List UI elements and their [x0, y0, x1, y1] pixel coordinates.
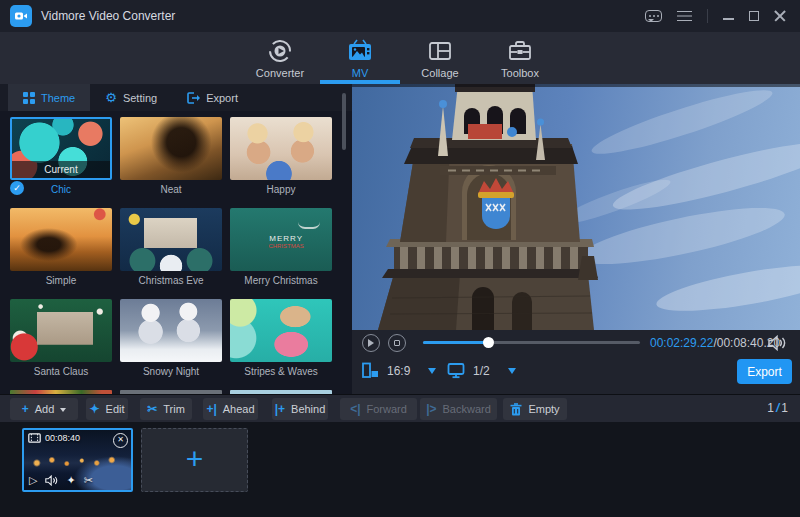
preview-top-border — [352, 84, 800, 87]
tab-label: Converter — [256, 67, 304, 79]
preview-controls: 00:02:29.22/00:08:40.20 16:9 1/ — [352, 330, 800, 394]
theme-card-merry-christmas[interactable]: MERRY CHRISTMAS Merry Christmas — [230, 208, 332, 287]
play-icon — [368, 339, 378, 347]
clip-duration: 00:08:40 — [45, 433, 80, 443]
film-icon — [28, 433, 41, 443]
theme-card-christmas-eve[interactable]: Christmas Eve — [120, 208, 222, 287]
theme-card-neat[interactable]: Neat — [120, 117, 222, 196]
forward-button[interactable]: <| Forward — [340, 398, 417, 420]
tab-label: MV — [352, 67, 369, 79]
clip-page-counter: 1/1 — [767, 401, 788, 415]
button-label: Behind — [291, 403, 325, 415]
behind-icon: |+ — [275, 403, 285, 415]
export-button[interactable]: Export — [737, 359, 792, 384]
theme-card-snowy-night[interactable]: Snowy Night — [120, 299, 222, 378]
theme-name: Santa Claus — [10, 365, 112, 378]
collage-icon — [427, 38, 453, 64]
tab-theme[interactable]: Theme — [8, 84, 90, 111]
theme-card-simple[interactable]: Simple — [10, 208, 112, 287]
menu-icon[interactable] — [677, 11, 692, 22]
page-total: 1 — [781, 401, 788, 415]
tab-label: Toolbox — [501, 67, 539, 79]
dropdown-arrow-icon[interactable] — [428, 368, 436, 378]
volume-button[interactable] — [768, 335, 786, 351]
stop-button[interactable] — [388, 334, 406, 352]
converter-icon — [267, 38, 293, 64]
theme-grid-icon — [23, 92, 35, 104]
aspect-ratio-control[interactable]: 16:9 — [362, 362, 436, 379]
gear-icon: ⚙ — [105, 91, 117, 104]
time-display: 00:02:29.22/00:08:40.20 — [650, 336, 780, 350]
merry-art-text: MERRY — [268, 234, 303, 243]
behind-button[interactable]: |+ Behind — [272, 398, 328, 420]
tab-collage[interactable]: Collage — [400, 32, 480, 84]
theme-thumbnail — [230, 299, 332, 362]
theme-name: Merry Christmas — [230, 274, 332, 287]
play-button[interactable] — [362, 334, 380, 352]
plus-icon: + — [186, 444, 204, 474]
ahead-button[interactable]: +| Ahead — [203, 398, 258, 420]
theme-card-stripes-waves[interactable]: Stripes & Waves — [230, 299, 332, 378]
clip-edit-icon[interactable]: ✦ — [66, 474, 75, 487]
check-icon: ✓ — [10, 181, 24, 195]
ahead-icon: +| — [206, 403, 216, 415]
theme-panel: Theme ⚙ Setting Export Current — [0, 84, 352, 394]
theme-grid: Current ✓ Chic Neat Happy Simpl — [0, 111, 352, 394]
add-clip-tile[interactable]: + — [141, 428, 248, 492]
button-label: Trim — [163, 403, 185, 415]
button-label: Ahead — [223, 403, 255, 415]
clock-tower-video-frame — [352, 84, 800, 330]
edit-button[interactable]: ✦ Edit — [86, 398, 128, 420]
tab-label: Theme — [41, 92, 75, 104]
dropdown-arrow-icon[interactable] — [508, 368, 516, 378]
theme-scrollbar[interactable] — [342, 93, 346, 150]
close-icon: ✕ — [117, 435, 124, 444]
backward-icon: |> — [426, 403, 436, 415]
clip-trim-icon[interactable]: ✂ — [84, 474, 93, 487]
button-label: Edit — [106, 403, 125, 415]
tab-toolbox[interactable]: Toolbox — [480, 32, 560, 84]
christmas-art-text: CHRISTMAS — [268, 243, 303, 250]
add-button[interactable]: + Add — [10, 398, 78, 420]
theme-card-happy[interactable]: Happy — [230, 117, 332, 196]
timeline-clip[interactable]: 00:08:40 ✕ ▷ ✦ ✂ — [22, 428, 133, 492]
progress-handle[interactable] — [483, 337, 494, 348]
tab-export[interactable]: Export — [172, 84, 253, 111]
app-title: Vidmore Video Converter — [41, 9, 175, 23]
current-theme-overlay: Current — [12, 161, 110, 178]
theme-name: Chic — [10, 183, 112, 196]
dropdown-arrow-icon — [60, 408, 66, 415]
minimize-button[interactable] — [723, 12, 734, 20]
screen-page-control[interactable]: 1/2 — [447, 362, 516, 379]
theme-name: Stripes & Waves — [230, 365, 332, 378]
close-button[interactable] — [774, 10, 786, 22]
theme-card-chic[interactable]: Current ✓ Chic — [10, 117, 112, 196]
theme-thumbnail: Current — [10, 117, 112, 180]
maximize-button[interactable] — [749, 11, 759, 21]
theme-thumbnail — [10, 208, 112, 271]
empty-button[interactable]: Empty — [503, 398, 567, 420]
theme-thumbnail — [120, 208, 222, 271]
theme-thumbnail — [10, 299, 112, 362]
titlebar-separator — [707, 9, 708, 23]
tab-converter[interactable]: Converter — [240, 32, 320, 84]
clip-volume-icon[interactable] — [45, 475, 58, 486]
backward-button[interactable]: |> Backward — [420, 398, 497, 420]
clip-play-icon[interactable]: ▷ — [29, 474, 37, 487]
app-window: Vidmore Video Converter Converter — [0, 0, 800, 517]
tab-mv[interactable]: MV — [320, 32, 400, 84]
forward-icon: <| — [350, 403, 360, 415]
progress-slider[interactable] — [423, 341, 640, 344]
remove-clip-button[interactable]: ✕ — [113, 433, 128, 448]
trim-button[interactable]: ✂ Trim — [140, 398, 192, 420]
screen-page-value: 1/2 — [473, 364, 490, 378]
sleigh-decoration — [298, 222, 320, 229]
video-preview[interactable] — [352, 84, 800, 330]
theme-name: Simple — [10, 274, 112, 287]
tab-setting[interactable]: ⚙ Setting — [90, 84, 172, 111]
feedback-icon[interactable] — [645, 10, 662, 22]
theme-name: Christmas Eve — [120, 274, 222, 287]
theme-card-santa-claus[interactable]: Santa Claus — [10, 299, 112, 378]
export-panel-icon — [187, 92, 200, 104]
monitor-icon — [447, 362, 465, 379]
